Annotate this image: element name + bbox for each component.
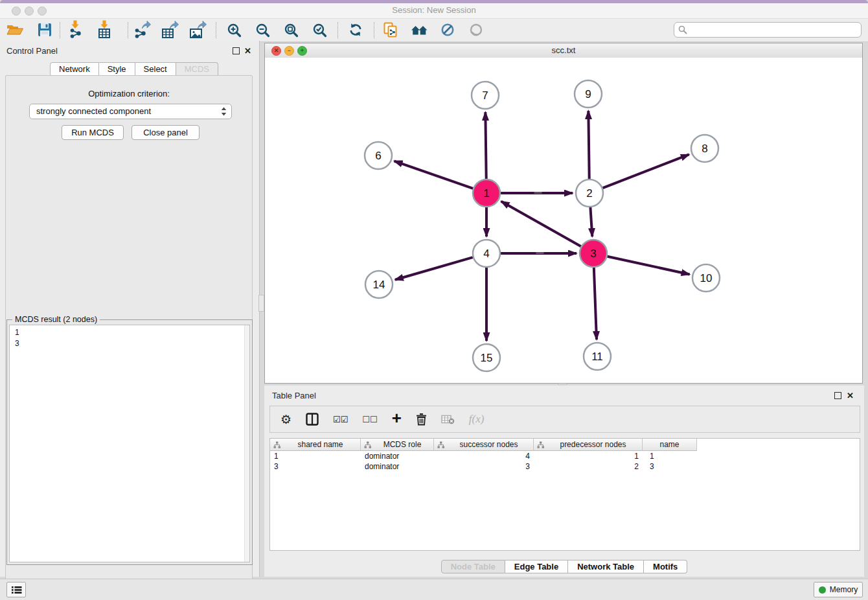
table-row[interactable]: 3dominator323	[270, 461, 860, 472]
gear-icon[interactable]: ⚙	[280, 410, 291, 429]
network-window-titlebar[interactable]: ✕ − + scc.txt	[265, 43, 862, 58]
table-panel: Table Panel ✕ ⚙ ☑☑ ☐☐ + f(x) shared name…	[264, 386, 864, 577]
cell: 1	[643, 451, 697, 461]
network-graph[interactable]: 1234678910111415	[265, 58, 862, 383]
column-header-name[interactable]: name	[643, 439, 697, 451]
circle-slash-icon[interactable]	[438, 21, 457, 39]
zoom-selected-icon[interactable]	[310, 21, 329, 39]
tab-select[interactable]: Select	[135, 62, 176, 76]
control-panel-tabs: Network Style Select MCDS	[50, 62, 218, 76]
search-field[interactable]	[674, 22, 862, 38]
close-table-panel-icon[interactable]: ✕	[847, 391, 854, 400]
graph-edge-3-11[interactable]	[594, 268, 597, 340]
save-session-icon[interactable]	[35, 21, 54, 39]
zoom-in-icon[interactable]	[224, 21, 244, 39]
graph-node-label: 3	[590, 248, 596, 260]
tab-mcds[interactable]: MCDS	[176, 62, 218, 76]
close-panel-button[interactable]: Close panel	[131, 125, 200, 140]
memory-button[interactable]: Memory	[814, 582, 863, 597]
eye-icon[interactable]	[466, 21, 486, 39]
graph-edge-2-8[interactable]	[603, 154, 689, 188]
graph-node-label: 4	[483, 248, 489, 260]
graph-edge-3-10[interactable]	[607, 257, 689, 275]
duplicate-network-icon[interactable]	[381, 21, 400, 39]
app-title: Session: New Session	[0, 5, 868, 15]
node-table: shared nameMCDS rolesuccessor nodesprede…	[269, 438, 860, 551]
export-table-icon[interactable]	[160, 21, 179, 39]
tab-network-table[interactable]: Network Table	[568, 560, 644, 573]
mcds-result-groupbox: MCDS result (2 nodes) 1 3	[6, 319, 253, 565]
memory-status-icon	[819, 586, 826, 594]
select-all-checkboxes-icon[interactable]: ☑☑	[333, 410, 348, 429]
toolbar-separator	[216, 22, 216, 38]
network-canvas[interactable]: 1234678910111415	[265, 58, 862, 383]
column-header-MCDS-role[interactable]: MCDS role	[361, 439, 434, 451]
tab-style[interactable]: Style	[99, 62, 135, 76]
graph-edge-1-7[interactable]	[485, 112, 486, 179]
zoom-out-icon[interactable]	[253, 21, 272, 39]
table-row[interactable]: 1dominator411	[270, 451, 860, 461]
vertical-splitter-grip[interactable]	[258, 295, 264, 312]
mcds-result-title: MCDS result (2 nodes)	[12, 315, 100, 324]
graph-node-label: 14	[373, 279, 385, 291]
result-line: 3	[10, 338, 249, 349]
toolbar-separator	[60, 22, 60, 38]
cell: 3	[270, 461, 361, 472]
function-builder-icon[interactable]: f(x)	[469, 410, 485, 429]
edge-label-mark	[536, 252, 544, 254]
cell: 1	[270, 451, 361, 461]
import-network-icon[interactable]	[66, 21, 86, 39]
column-header-shared-name[interactable]: shared name	[270, 439, 361, 451]
graph-node-label: 8	[702, 143, 707, 155]
table-tabs: Node Table Edge Table Network Table Moti…	[264, 560, 864, 573]
float-panel-icon[interactable]	[233, 47, 240, 54]
graph-edge-1-6[interactable]	[394, 161, 474, 189]
result-scrollbar[interactable]	[244, 325, 249, 562]
cell: 3	[643, 461, 697, 472]
refresh-icon[interactable]	[346, 21, 365, 39]
memory-label: Memory	[830, 585, 858, 594]
tab-motifs[interactable]: Motifs	[644, 560, 687, 573]
graph-edge-2-9[interactable]	[588, 111, 589, 179]
cell: dominator	[361, 461, 434, 472]
delete-table-icon[interactable]	[441, 410, 455, 429]
selected-criterion: strongly connected component	[36, 106, 151, 116]
optimization-criterion-select[interactable]: strongly connected component	[29, 104, 232, 119]
list-icon	[11, 586, 22, 594]
graph-edge-3-1[interactable]	[501, 202, 581, 246]
graph-node-label: 2	[586, 187, 592, 200]
close-panel-icon[interactable]: ✕	[244, 47, 251, 55]
cell: 1	[534, 451, 643, 461]
mcds-result-textarea[interactable]: 1 3	[9, 325, 250, 562]
zoom-fit-icon[interactable]	[281, 21, 301, 39]
open-session-icon[interactable]	[5, 21, 25, 39]
split-columns-icon[interactable]	[306, 410, 319, 429]
graph-node-label: 10	[700, 272, 713, 284]
column-header-predecessor-nodes[interactable]: predecessor nodes	[534, 439, 643, 451]
main-toolbar	[0, 18, 868, 42]
graph-node-label: 11	[591, 351, 603, 363]
import-table-icon[interactable]	[95, 21, 114, 39]
export-image-icon[interactable]	[188, 21, 207, 39]
export-network-icon[interactable]	[132, 21, 152, 39]
add-icon[interactable]: +	[392, 408, 402, 428]
search-input[interactable]	[690, 23, 858, 36]
tab-node-table[interactable]: Node Table	[441, 560, 505, 573]
search-icon	[678, 25, 687, 34]
float-table-panel-icon[interactable]	[834, 392, 841, 399]
graph-edge-2-3[interactable]	[590, 207, 592, 237]
column-header-successor-nodes[interactable]: successor nodes	[434, 439, 534, 451]
tab-network[interactable]: Network	[50, 62, 99, 76]
graph-edge-4-14[interactable]	[395, 257, 473, 280]
graph-node-label: 6	[375, 150, 381, 162]
optimization-criterion-label: Optimization criterion:	[6, 89, 252, 98]
graph-node-label: 7	[482, 89, 488, 102]
graph-node-label: 15	[481, 352, 493, 364]
deselect-all-checkboxes-icon[interactable]: ☐☐	[362, 410, 377, 429]
houses-icon[interactable]	[409, 21, 429, 39]
task-history-button[interactable]	[6, 582, 26, 597]
run-mcds-button[interactable]: Run MCDS	[62, 125, 124, 140]
tab-edge-table[interactable]: Edge Table	[505, 560, 568, 573]
network-view-window: ✕ − + scc.txt 1234678910111415	[264, 43, 863, 384]
trash-icon[interactable]	[416, 410, 427, 429]
